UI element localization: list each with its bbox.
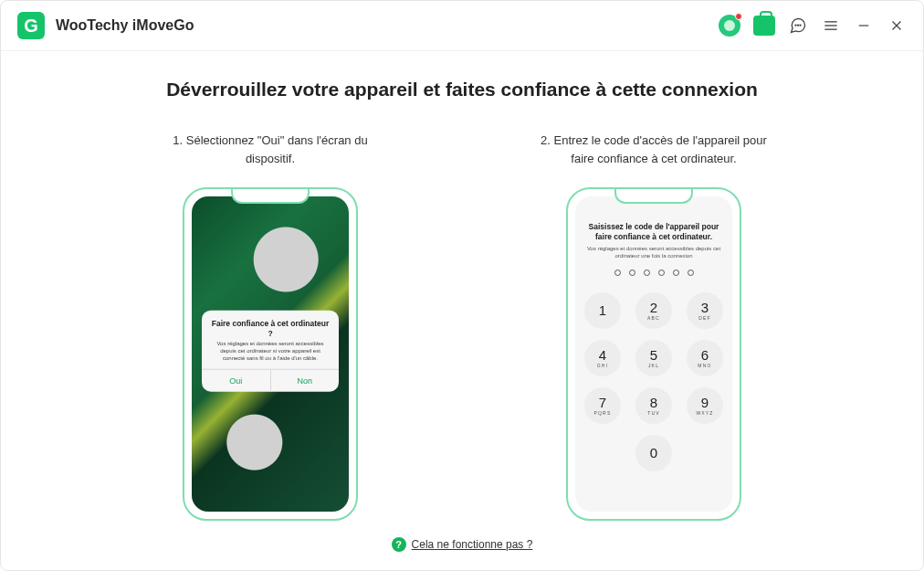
svg-point-1 <box>798 25 799 26</box>
dialog-title: Faire confiance à cet ordinateur ? <box>209 319 331 338</box>
toolbox-icon[interactable] <box>753 16 775 36</box>
keypad-key-2: 2ABC <box>635 292 672 329</box>
keypad: 1 2ABC 3DEF 4GHI 5JKL 6MNO 7PQRS 8TUV 9W… <box>586 292 721 471</box>
help-link[interactable]: Cela ne fonctionne pas ? <box>412 538 533 551</box>
main-content: Déverrouillez votre appareil et faites c… <box>1 51 923 570</box>
keypad-key-0: 0 <box>635 435 672 471</box>
passcode-dot <box>658 270 665 276</box>
keypad-key-5: 5JKL <box>635 340 672 376</box>
notch-icon <box>614 189 693 204</box>
minimize-button[interactable] <box>854 16 874 36</box>
svg-point-0 <box>795 25 796 26</box>
step-2-instruction: 2. Entrez le code d'accès de l'appareil … <box>535 132 772 167</box>
keypad-key-9: 9WXYZ <box>687 387 723 424</box>
feedback-icon[interactable] <box>788 16 808 36</box>
app-logo-icon: G <box>17 12 45 39</box>
keypad-key-6: 6MNO <box>687 340 723 376</box>
phone-illustration-trust: Faire confiance à cet ordinateur ? Vos r… <box>183 187 358 521</box>
keypad-key-3: 3DEF <box>687 292 723 329</box>
titlebar-actions <box>719 15 907 37</box>
keypad-key-8: 8TUV <box>635 387 672 424</box>
passcode-dot <box>688 270 694 276</box>
help-row: ? Cela ne fonctionne pas ? <box>392 521 533 570</box>
passcode-subtitle: Vos réglages et données seront accessibl… <box>586 246 721 260</box>
keypad-key-7: 7PQRS <box>584 387 621 424</box>
passcode-dots <box>586 270 721 276</box>
step-2: 2. Entrez le code d'accès de l'appareil … <box>535 132 772 521</box>
help-icon: ? <box>392 537 406 552</box>
app-window: G WooTechy iMoveGo Déverrouillez vot <box>0 0 924 571</box>
app-title: WooTechy iMoveGo <box>56 17 194 34</box>
svg-point-2 <box>800 25 801 26</box>
steps-row: 1. Sélectionnez "Oui" dans l'écran du di… <box>152 132 772 521</box>
notch-icon <box>231 189 310 204</box>
phone-screen: Faire confiance à cet ordinateur ? Vos r… <box>192 196 349 512</box>
dialog-yes-button: Oui <box>202 369 270 391</box>
trust-dialog: Faire confiance à cet ordinateur ? Vos r… <box>202 311 339 392</box>
titlebar: G WooTechy iMoveGo <box>1 1 923 51</box>
menu-icon[interactable] <box>821 16 841 36</box>
passcode-dot <box>614 270 621 276</box>
close-button[interactable] <box>887 16 907 36</box>
passcode-dot <box>644 270 650 276</box>
passcode-title: Saisissez le code de l'appareil pour fai… <box>586 222 721 242</box>
dialog-message: Vos réglages et données seront accessibl… <box>209 341 331 362</box>
step-1-instruction: 1. Sélectionnez "Oui" dans l'écran du di… <box>152 132 389 167</box>
phone-illustration-passcode: Saisissez le code de l'appareil pour fai… <box>566 187 741 521</box>
passcode-dot <box>673 270 679 276</box>
passcode-dot <box>629 270 635 276</box>
notification-dot-icon <box>735 13 742 20</box>
account-icon[interactable] <box>719 15 740 37</box>
phone-screen: Saisissez le code de l'appareil pour fai… <box>575 196 732 512</box>
page-title: Déverrouillez votre appareil et faites c… <box>166 79 758 100</box>
step-1: 1. Sélectionnez "Oui" dans l'écran du di… <box>152 132 389 521</box>
keypad-key-4: 4GHI <box>584 340 621 376</box>
dialog-no-button: Non <box>270 369 340 391</box>
keypad-key-1: 1 <box>584 292 621 329</box>
